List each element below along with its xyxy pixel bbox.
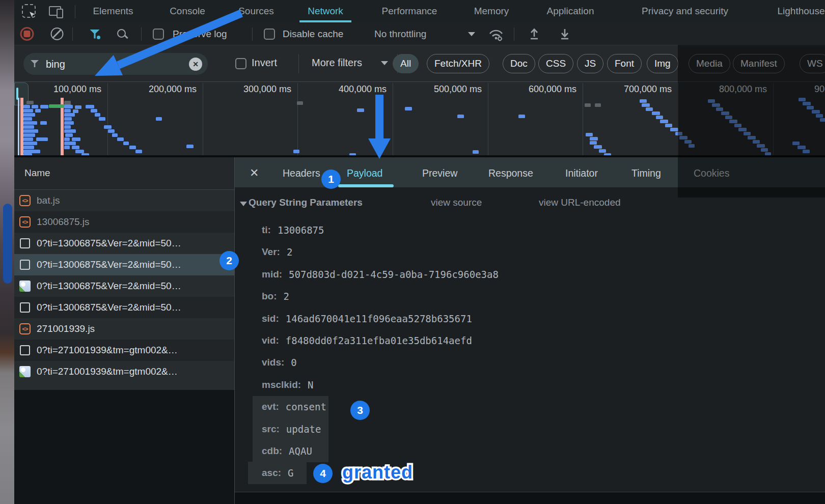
param-key: asc: xyxy=(262,467,281,479)
waterfall-bar xyxy=(64,113,75,117)
waterfall-bar xyxy=(117,137,124,141)
type-pill-js[interactable]: JS xyxy=(577,54,603,73)
overview-tick-label: 400,000 ms xyxy=(310,83,387,95)
clear-icon xyxy=(51,27,64,40)
name-column-header[interactable]: Name xyxy=(14,157,234,190)
filter-input[interactable] xyxy=(45,57,174,72)
tab-sources[interactable]: Sources xyxy=(230,0,282,22)
waterfall-bar xyxy=(135,150,142,153)
table-row-request[interactable]: <>271001939.js xyxy=(14,318,234,340)
domcontentloaded-marker xyxy=(18,98,19,156)
more-filters-button[interactable]: More filters xyxy=(312,57,362,69)
waterfall-bar xyxy=(660,120,668,123)
detail-tab-preview[interactable]: Preview xyxy=(422,157,457,187)
clear-filter-icon[interactable]: ✕ xyxy=(189,58,202,71)
param-value: 2 xyxy=(287,246,292,258)
filter-toggle-button[interactable] xyxy=(90,23,100,45)
detail-tab-initiator[interactable]: Initiator xyxy=(565,157,598,187)
tab-network[interactable]: Network xyxy=(299,0,351,22)
param-row-sid: sid:146ad670041e11f096eaa5278b635671 xyxy=(262,312,472,326)
table-row-request[interactable]: 0?ti=13006875&Ver=2&mid=50… xyxy=(14,297,234,318)
tab-console[interactable]: Console xyxy=(161,0,213,22)
table-row-request[interactable]: 0?ti=13006875&Ver=2&mid=50… xyxy=(14,275,234,297)
waterfall-bar xyxy=(656,116,663,119)
throttling-caret[interactable] xyxy=(468,23,475,45)
view-url-encoded-link[interactable]: view URL-encoded xyxy=(539,197,621,208)
waterfall-bar xyxy=(23,121,37,125)
waterfall-bar xyxy=(112,133,118,137)
table-row-request[interactable]: 0?ti=271001939&tm=gtm002&… xyxy=(14,340,234,361)
filter-text-field[interactable]: ✕ xyxy=(23,53,208,75)
close-detail-icon[interactable]: ✕ xyxy=(250,157,259,187)
param-value: N xyxy=(308,379,313,390)
clear-network-log-button[interactable] xyxy=(51,23,64,45)
param-value: G xyxy=(288,467,293,479)
waterfall-bar xyxy=(590,137,598,141)
waterfall-bar xyxy=(586,133,593,136)
stop-recording-button[interactable] xyxy=(20,23,34,45)
doc-icon xyxy=(20,260,30,270)
search-icon xyxy=(116,28,128,40)
throttling-select[interactable]: No throttling xyxy=(374,23,426,45)
preserve-log-checkbox[interactable] xyxy=(153,23,164,45)
tab-lighthouse[interactable]: Lighthouse xyxy=(769,0,825,22)
divider xyxy=(298,54,299,73)
detail-tab-timing[interactable]: Timing xyxy=(631,157,661,187)
view-source-link[interactable]: view source xyxy=(431,197,482,208)
checkbox-icon xyxy=(264,29,275,40)
network-conditions-button[interactable] xyxy=(487,23,505,45)
waterfall-bar xyxy=(642,103,650,107)
waterfall-bar xyxy=(156,117,162,121)
type-pill-css[interactable]: CSS xyxy=(538,54,573,73)
invert-checkbox[interactable] xyxy=(235,58,246,69)
waterfall-bar xyxy=(65,133,73,137)
divider xyxy=(514,27,514,41)
tab-privacy-and-security[interactable]: Privacy and security xyxy=(634,0,736,22)
param-key: sid: xyxy=(262,313,279,324)
search-button[interactable] xyxy=(116,23,128,45)
tab-elements[interactable]: Elements xyxy=(85,0,141,22)
export-har-button[interactable] xyxy=(559,23,571,45)
table-row-request[interactable]: 0?ti=13006875&Ver=2&mid=50… xyxy=(14,254,234,275)
waterfall-bar xyxy=(23,113,35,117)
type-pill-doc[interactable]: Doc xyxy=(503,54,535,73)
device-toolbar-button[interactable] xyxy=(49,0,63,22)
tab-application[interactable]: Application xyxy=(539,0,602,22)
request-name: 13006875.js xyxy=(37,216,90,228)
table-row-request[interactable]: 0?ti=271001939&tm=gtm002&… xyxy=(14,361,234,382)
granted-annotation-label: granted xyxy=(342,462,413,483)
detail-tab-headers[interactable]: Headers xyxy=(283,157,320,187)
table-row-request[interactable]: <>13006875.js xyxy=(14,211,234,233)
param-row-ti: ti:13006875 xyxy=(262,223,324,237)
waterfall-bar xyxy=(72,146,79,149)
param-row-msclkid: msclkid:N xyxy=(262,378,314,392)
param-row-cdb: cdb:AQAU xyxy=(262,444,312,458)
detail-tab-response[interactable]: Response xyxy=(488,157,533,187)
waterfall-bar xyxy=(40,105,48,108)
disable-cache-checkbox[interactable] xyxy=(264,23,275,45)
table-row-request[interactable]: <>bat.js xyxy=(14,190,234,211)
upload-icon xyxy=(528,27,540,41)
tab-memory[interactable]: Memory xyxy=(466,0,517,22)
type-pill-fetch/xhr[interactable]: Fetch/XHR xyxy=(427,54,489,73)
param-key: vids: xyxy=(262,357,284,368)
disable-cache-label: Disable cache xyxy=(283,23,343,45)
section-title[interactable]: Query String Parameters xyxy=(249,197,363,208)
waterfall-bar xyxy=(26,101,34,104)
import-har-button[interactable] xyxy=(528,23,540,45)
table-row-request[interactable]: 0?ti=13006875&Ver=2&mid=50… xyxy=(14,233,234,254)
type-pill-font[interactable]: Font xyxy=(607,54,642,73)
devtools-top-bar: ElementsConsoleSourcesNetworkPerformance… xyxy=(14,0,825,23)
type-pill-all[interactable]: All xyxy=(393,54,419,73)
collapse-triangle-icon[interactable] xyxy=(240,202,247,206)
waterfall-bar xyxy=(86,105,94,108)
param-row-evt: evt:consent xyxy=(262,400,326,414)
chevron-down-icon xyxy=(468,32,475,36)
overview-gridline xyxy=(107,83,108,157)
type-pill-img[interactable]: Img xyxy=(647,54,678,73)
detail-tab-payload[interactable]: Payload xyxy=(347,157,382,187)
inspect-element-button[interactable] xyxy=(22,0,36,22)
tab-performance[interactable]: Performance xyxy=(374,0,446,22)
overview-gridline xyxy=(583,83,583,157)
param-value: update xyxy=(286,424,321,435)
